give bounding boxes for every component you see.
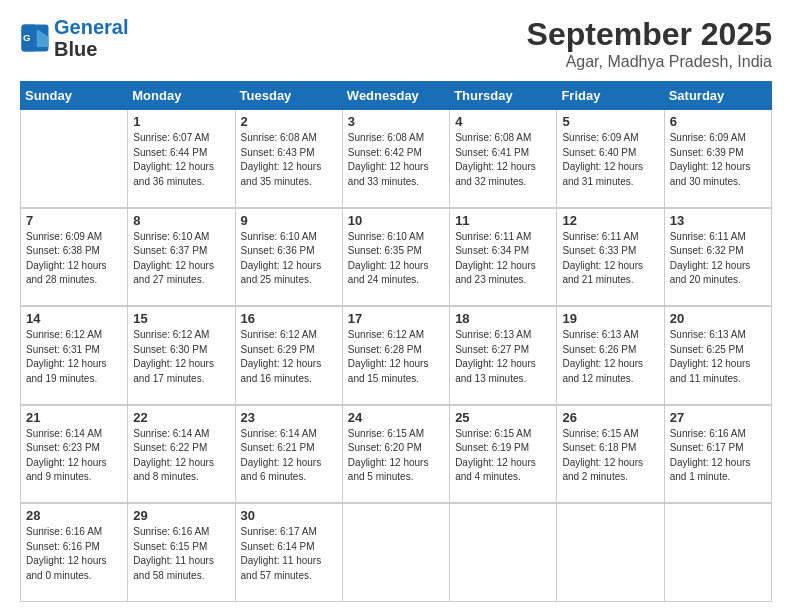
day-number: 26 — [562, 410, 658, 425]
calendar-cell: 15Sunrise: 6:12 AM Sunset: 6:30 PM Dayli… — [128, 306, 235, 404]
cell-info: Sunrise: 6:15 AM Sunset: 6:19 PM Dayligh… — [455, 427, 551, 485]
cell-info: Sunrise: 6:14 AM Sunset: 6:22 PM Dayligh… — [133, 427, 229, 485]
day-number: 19 — [562, 311, 658, 326]
calendar-cell: 3Sunrise: 6:08 AM Sunset: 6:42 PM Daylig… — [342, 110, 449, 208]
day-number: 12 — [562, 213, 658, 228]
calendar-cell: 6Sunrise: 6:09 AM Sunset: 6:39 PM Daylig… — [664, 110, 771, 208]
cell-info: Sunrise: 6:11 AM Sunset: 6:34 PM Dayligh… — [455, 230, 551, 288]
calendar-cell: 16Sunrise: 6:12 AM Sunset: 6:29 PM Dayli… — [235, 306, 342, 404]
day-number: 4 — [455, 114, 551, 129]
day-number: 6 — [670, 114, 766, 129]
calendar-cell: 25Sunrise: 6:15 AM Sunset: 6:19 PM Dayli… — [450, 405, 557, 503]
cell-info: Sunrise: 6:16 AM Sunset: 6:15 PM Dayligh… — [133, 525, 229, 583]
cell-info: Sunrise: 6:17 AM Sunset: 6:14 PM Dayligh… — [241, 525, 337, 583]
header-cell-friday: Friday — [557, 82, 664, 110]
calendar-cell: 20Sunrise: 6:13 AM Sunset: 6:25 PM Dayli… — [664, 306, 771, 404]
calendar-cell — [664, 503, 771, 601]
day-number: 22 — [133, 410, 229, 425]
calendar-cell: 18Sunrise: 6:13 AM Sunset: 6:27 PM Dayli… — [450, 306, 557, 404]
cell-info: Sunrise: 6:14 AM Sunset: 6:23 PM Dayligh… — [26, 427, 122, 485]
day-number: 30 — [241, 508, 337, 523]
cell-info: Sunrise: 6:07 AM Sunset: 6:44 PM Dayligh… — [133, 131, 229, 189]
logo-text: General Blue — [54, 16, 128, 60]
cell-info: Sunrise: 6:08 AM Sunset: 6:43 PM Dayligh… — [241, 131, 337, 189]
calendar-cell — [21, 110, 128, 208]
header-row: SundayMondayTuesdayWednesdayThursdayFrid… — [21, 82, 772, 110]
logo: G General Blue — [20, 16, 128, 60]
cell-info: Sunrise: 6:09 AM Sunset: 6:38 PM Dayligh… — [26, 230, 122, 288]
calendar-cell: 9Sunrise: 6:10 AM Sunset: 6:36 PM Daylig… — [235, 208, 342, 306]
calendar-cell: 12Sunrise: 6:11 AM Sunset: 6:33 PM Dayli… — [557, 208, 664, 306]
cell-info: Sunrise: 6:13 AM Sunset: 6:27 PM Dayligh… — [455, 328, 551, 386]
cell-info: Sunrise: 6:15 AM Sunset: 6:20 PM Dayligh… — [348, 427, 444, 485]
cell-info: Sunrise: 6:16 AM Sunset: 6:16 PM Dayligh… — [26, 525, 122, 583]
day-number: 13 — [670, 213, 766, 228]
cell-info: Sunrise: 6:09 AM Sunset: 6:39 PM Dayligh… — [670, 131, 766, 189]
location: Agar, Madhya Pradesh, India — [527, 53, 772, 71]
calendar-cell: 2Sunrise: 6:08 AM Sunset: 6:43 PM Daylig… — [235, 110, 342, 208]
day-number: 17 — [348, 311, 444, 326]
calendar-cell: 26Sunrise: 6:15 AM Sunset: 6:18 PM Dayli… — [557, 405, 664, 503]
calendar-cell — [557, 503, 664, 601]
day-number: 10 — [348, 213, 444, 228]
cell-info: Sunrise: 6:13 AM Sunset: 6:26 PM Dayligh… — [562, 328, 658, 386]
logo-icon: G — [20, 23, 50, 53]
calendar-cell: 19Sunrise: 6:13 AM Sunset: 6:26 PM Dayli… — [557, 306, 664, 404]
calendar-cell: 11Sunrise: 6:11 AM Sunset: 6:34 PM Dayli… — [450, 208, 557, 306]
month-title: September 2025 — [527, 16, 772, 53]
calendar-cell: 17Sunrise: 6:12 AM Sunset: 6:28 PM Dayli… — [342, 306, 449, 404]
cell-info: Sunrise: 6:09 AM Sunset: 6:40 PM Dayligh… — [562, 131, 658, 189]
calendar-cell: 4Sunrise: 6:08 AM Sunset: 6:41 PM Daylig… — [450, 110, 557, 208]
svg-text:G: G — [23, 32, 31, 43]
cell-info: Sunrise: 6:16 AM Sunset: 6:17 PM Dayligh… — [670, 427, 766, 485]
calendar-cell: 1Sunrise: 6:07 AM Sunset: 6:44 PM Daylig… — [128, 110, 235, 208]
day-number: 29 — [133, 508, 229, 523]
day-number: 23 — [241, 410, 337, 425]
calendar-cell: 23Sunrise: 6:14 AM Sunset: 6:21 PM Dayli… — [235, 405, 342, 503]
cell-info: Sunrise: 6:12 AM Sunset: 6:30 PM Dayligh… — [133, 328, 229, 386]
header: G General Blue September 2025 Agar, Madh… — [20, 16, 772, 71]
day-number: 1 — [133, 114, 229, 129]
calendar-cell: 7Sunrise: 6:09 AM Sunset: 6:38 PM Daylig… — [21, 208, 128, 306]
calendar-cell: 24Sunrise: 6:15 AM Sunset: 6:20 PM Dayli… — [342, 405, 449, 503]
title-block: September 2025 Agar, Madhya Pradesh, Ind… — [527, 16, 772, 71]
day-number: 11 — [455, 213, 551, 228]
cell-info: Sunrise: 6:12 AM Sunset: 6:31 PM Dayligh… — [26, 328, 122, 386]
calendar-cell: 27Sunrise: 6:16 AM Sunset: 6:17 PM Dayli… — [664, 405, 771, 503]
week-row-5: 28Sunrise: 6:16 AM Sunset: 6:16 PM Dayli… — [21, 503, 772, 601]
cell-info: Sunrise: 6:10 AM Sunset: 6:37 PM Dayligh… — [133, 230, 229, 288]
calendar-cell: 28Sunrise: 6:16 AM Sunset: 6:16 PM Dayli… — [21, 503, 128, 601]
calendar-cell: 29Sunrise: 6:16 AM Sunset: 6:15 PM Dayli… — [128, 503, 235, 601]
cell-info: Sunrise: 6:14 AM Sunset: 6:21 PM Dayligh… — [241, 427, 337, 485]
day-number: 18 — [455, 311, 551, 326]
week-row-3: 14Sunrise: 6:12 AM Sunset: 6:31 PM Dayli… — [21, 306, 772, 404]
day-number: 8 — [133, 213, 229, 228]
week-row-4: 21Sunrise: 6:14 AM Sunset: 6:23 PM Dayli… — [21, 405, 772, 503]
calendar-cell: 21Sunrise: 6:14 AM Sunset: 6:23 PM Dayli… — [21, 405, 128, 503]
day-number: 28 — [26, 508, 122, 523]
header-cell-tuesday: Tuesday — [235, 82, 342, 110]
calendar-cell — [450, 503, 557, 601]
cell-info: Sunrise: 6:08 AM Sunset: 6:41 PM Dayligh… — [455, 131, 551, 189]
day-number: 9 — [241, 213, 337, 228]
calendar-cell: 13Sunrise: 6:11 AM Sunset: 6:32 PM Dayli… — [664, 208, 771, 306]
header-cell-thursday: Thursday — [450, 82, 557, 110]
week-row-1: 1Sunrise: 6:07 AM Sunset: 6:44 PM Daylig… — [21, 110, 772, 208]
day-number: 20 — [670, 311, 766, 326]
calendar-cell: 10Sunrise: 6:10 AM Sunset: 6:35 PM Dayli… — [342, 208, 449, 306]
day-number: 7 — [26, 213, 122, 228]
cell-info: Sunrise: 6:11 AM Sunset: 6:32 PM Dayligh… — [670, 230, 766, 288]
header-cell-wednesday: Wednesday — [342, 82, 449, 110]
page: G General Blue September 2025 Agar, Madh… — [0, 0, 792, 612]
day-number: 3 — [348, 114, 444, 129]
calendar-cell: 22Sunrise: 6:14 AM Sunset: 6:22 PM Dayli… — [128, 405, 235, 503]
cell-info: Sunrise: 6:08 AM Sunset: 6:42 PM Dayligh… — [348, 131, 444, 189]
cell-info: Sunrise: 6:11 AM Sunset: 6:33 PM Dayligh… — [562, 230, 658, 288]
day-number: 27 — [670, 410, 766, 425]
day-number: 24 — [348, 410, 444, 425]
day-number: 21 — [26, 410, 122, 425]
calendar-cell: 30Sunrise: 6:17 AM Sunset: 6:14 PM Dayli… — [235, 503, 342, 601]
cell-info: Sunrise: 6:10 AM Sunset: 6:35 PM Dayligh… — [348, 230, 444, 288]
cell-info: Sunrise: 6:12 AM Sunset: 6:28 PM Dayligh… — [348, 328, 444, 386]
day-number: 14 — [26, 311, 122, 326]
